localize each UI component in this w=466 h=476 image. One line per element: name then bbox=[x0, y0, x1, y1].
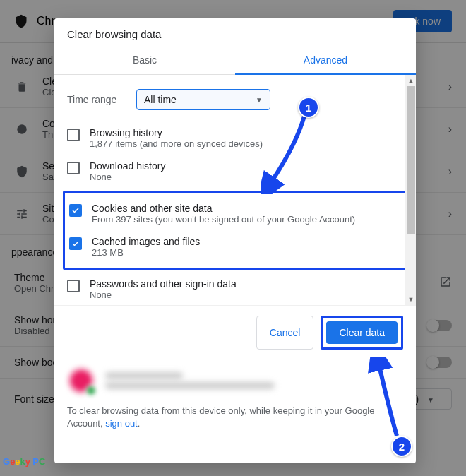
dialog-footer: Cancel Clear data bbox=[54, 305, 416, 357]
cached-files-item[interactable]: Cached images and files 213 MB bbox=[69, 230, 401, 263]
clear-data-button[interactable]: Clear data bbox=[326, 321, 398, 344]
profile-section bbox=[54, 357, 416, 405]
tab-advanced[interactable]: Advanced bbox=[235, 47, 416, 74]
annotation-arrow-1 bbox=[261, 109, 318, 194]
scrollbar-thumb[interactable] bbox=[407, 86, 415, 234]
checkbox[interactable] bbox=[69, 204, 82, 217]
annotation-highlight-box: Cookies and other site data From 397 sit… bbox=[63, 191, 407, 270]
annotation-badge-1: 1 bbox=[298, 97, 319, 118]
checkbox[interactable] bbox=[67, 280, 80, 292]
sign-out-link[interactable]: sign out bbox=[105, 418, 138, 429]
time-range-select[interactable]: All time ▼ bbox=[136, 89, 270, 110]
geeky-pc-watermark: Geeky PC bbox=[3, 456, 45, 468]
cookies-item[interactable]: Cookies and other site data From 397 sit… bbox=[69, 197, 401, 230]
avatar bbox=[67, 367, 95, 395]
tab-basic[interactable]: Basic bbox=[54, 47, 235, 74]
passwords-item[interactable]: Passwords and other sign-in data None bbox=[67, 273, 403, 305]
download-history-item[interactable]: Download history None bbox=[67, 155, 403, 188]
scroll-down-icon[interactable]: ▼ bbox=[405, 294, 416, 305]
time-range-row: Time range All time ▼ bbox=[67, 83, 403, 121]
scroll-up-icon[interactable]: ▲ bbox=[405, 75, 416, 86]
checkbox[interactable] bbox=[67, 129, 80, 141]
time-range-label: Time range bbox=[67, 94, 124, 105]
footnote: To clear browsing data from this device … bbox=[54, 405, 416, 441]
dialog-tabs: Basic Advanced bbox=[54, 47, 416, 75]
dropdown-icon: ▼ bbox=[256, 96, 263, 104]
checkbox[interactable] bbox=[67, 162, 80, 174]
cancel-button[interactable]: Cancel bbox=[256, 316, 314, 350]
clear-browsing-data-dialog: Clear browsing data Basic Advanced ▲ ▼ T… bbox=[54, 18, 416, 463]
checkbox[interactable] bbox=[69, 237, 82, 250]
dialog-title: Clear browsing data bbox=[54, 18, 416, 47]
browsing-history-item[interactable]: Browsing history 1,877 items (and more o… bbox=[67, 121, 403, 155]
blurred-account-text bbox=[105, 372, 275, 389]
annotation-highlight-clear: Clear data bbox=[321, 316, 403, 350]
annotation-arrow-2 bbox=[367, 357, 410, 441]
annotation-badge-2: 2 bbox=[391, 436, 412, 457]
scrollbar[interactable]: ▲ ▼ bbox=[405, 75, 416, 305]
dialog-body: ▲ ▼ Time range All time ▼ Browsing histo… bbox=[54, 75, 416, 305]
